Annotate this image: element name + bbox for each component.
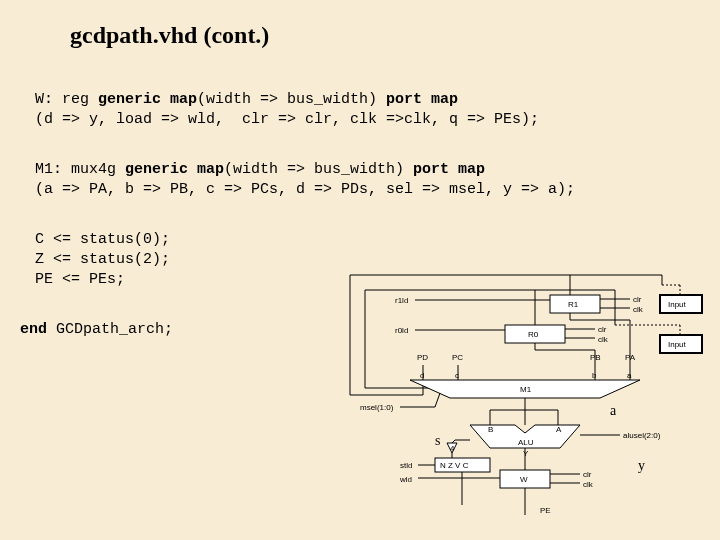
r0-label: R0 (528, 330, 539, 339)
ma-label: a (627, 371, 632, 380)
clk2-label: clk (598, 335, 609, 344)
clk3-label: clk (583, 480, 594, 489)
mb-label: b (592, 371, 597, 380)
code-line-3: M1: mux4g generic map(width => bus_width… (35, 160, 485, 180)
clr2-label: clr (598, 325, 607, 334)
a-annotation: a (610, 403, 617, 418)
r1ld-label: r1ld (395, 296, 408, 305)
msel-label: msel(1:0) (360, 403, 394, 412)
block-diagram: R1 r1ld clr clk Input R0 r0ld clr clk In… (340, 270, 710, 535)
code-line-7: PE <= PEs; (35, 270, 125, 290)
pe-label: PE (540, 506, 551, 515)
wld-label: wld (399, 475, 412, 484)
code-line-5: C <= status(0); (35, 230, 170, 250)
code-line-1: W: reg generic map(width => bus_width) p… (35, 90, 458, 110)
stld-label: stld (400, 461, 412, 470)
code-line-2: (d => y, load => wld, clr => clr, clk =>… (35, 110, 539, 130)
s-annotation: s (435, 433, 440, 448)
y-annotation: y (638, 458, 645, 473)
nzvc-label: N Z V C (440, 461, 469, 470)
mc-label: c (455, 371, 459, 380)
alu-label: ALU (518, 438, 534, 447)
r1-label: R1 (568, 300, 579, 309)
pc-label: PC (452, 353, 463, 362)
code-line-6: Z <= status(2); (35, 250, 170, 270)
clr1-label: clr (633, 295, 642, 304)
pd-label: PD (417, 353, 428, 362)
svg-line-38 (435, 393, 440, 407)
alu-a-label: A (556, 425, 562, 434)
code-line-4: (a => PA, b => PB, c => PCs, d => PDs, s… (35, 180, 575, 200)
clk1-label: clk (633, 305, 644, 314)
m1-label: M1 (520, 385, 532, 394)
input1-label: Input (668, 300, 687, 309)
alusel-label: alusel(2:0) (623, 431, 661, 440)
code-line-8: end GCDpath_arch; (20, 320, 173, 340)
clr3-label: clr (583, 470, 592, 479)
tri-label: 4 (450, 444, 455, 453)
w-label: W (520, 475, 528, 484)
alu-b-label: B (488, 425, 493, 434)
page-title: gcdpath.vhd (cont.) (70, 22, 269, 49)
r0ld-label: r0ld (395, 326, 408, 335)
alu-y-label: Y (523, 449, 529, 458)
input2-label: Input (668, 340, 687, 349)
md-label: d (420, 371, 424, 380)
